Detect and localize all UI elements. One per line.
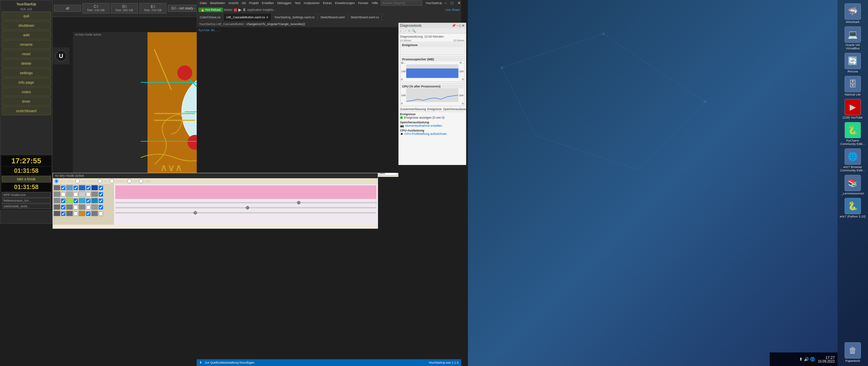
g-drive-button[interactable]: G:\ - not ready - (168, 5, 199, 12)
ide-tab-settings[interactable]: YourStartUp_Settings.xaml.cs (272, 14, 318, 21)
eric7browser-icon-item[interactable]: 🌐 eric7 Browser Community Editi... (839, 148, 866, 172)
color-cell[interactable] (54, 191, 60, 197)
checkbox[interactable] (86, 192, 91, 197)
color-cell[interactable] (91, 211, 98, 216)
play-icon[interactable]: ▶ (238, 7, 241, 12)
color-cell[interactable] (66, 191, 73, 197)
bottom-radio[interactable] (110, 179, 114, 183)
checkbox[interactable] (61, 192, 65, 197)
ide-menu-hilfe[interactable]: Hilfe (371, 1, 379, 5)
c-drive-button[interactable]: C:\ free: 134 GB (82, 3, 110, 14)
ide-tab-colorchoice[interactable]: ColorChoice.cs (197, 14, 223, 21)
d-drive-button[interactable]: D:\ free: 282 GB (111, 3, 138, 14)
e-drive-button[interactable]: E:\ free: 743 GB (139, 3, 166, 14)
diag-tool-3[interactable]: ⏹ (408, 29, 411, 33)
slider-thumb[interactable] (246, 206, 249, 209)
ide-close[interactable]: ✕ (456, 0, 462, 6)
color-cell[interactable] (91, 198, 98, 203)
summary-tab[interactable]: Zusammenfassung (400, 107, 426, 111)
two-colors-radio[interactable] (75, 179, 80, 183)
ide-search-input[interactable] (381, 0, 422, 6)
stop-icon[interactable]: ⏹ (233, 7, 238, 13)
left-radio[interactable] (127, 179, 132, 183)
clock-display[interactable]: 17:27 10.09.2022 (818, 355, 835, 363)
ide-menu-git[interactable]: Git (240, 1, 247, 5)
color-cell[interactable] (66, 198, 73, 203)
papierkorb-icon-item[interactable]: 🗑 Papierkorb (839, 342, 866, 363)
top-radio[interactable] (98, 179, 102, 183)
slider-thumb[interactable] (194, 211, 197, 215)
pycharm-icon-item[interactable]: 🐍 PyCharm Community Editi... (839, 122, 866, 146)
slider-track[interactable] (115, 202, 375, 203)
taskbar-item-1[interactable]: WPF-Snake.exe (2, 192, 51, 198)
delete-button[interactable]: delete (2, 59, 51, 68)
checkbox[interactable] (86, 186, 91, 190)
checkbox[interactable] (74, 186, 78, 190)
checkbox[interactable] (99, 199, 103, 203)
slider-track[interactable] (115, 207, 376, 208)
checkbox[interactable] (99, 192, 103, 197)
ide-hot-reload-btn[interactable]: 🔥 Hot Reload (198, 7, 223, 12)
ide-tab-cascadebutton[interactable]: UIE_CascadeButton.xaml.cs ✕ (223, 14, 272, 21)
taskbar-item-3[interactable]: 186553488_4039... (2, 204, 51, 209)
checkbox[interactable] (74, 211, 78, 216)
color-cell[interactable] (91, 191, 98, 197)
checkbox[interactable] (74, 205, 78, 209)
scetchboard-button[interactable]: scetchboard (2, 106, 51, 115)
ide-menu-ansicht[interactable]: Ansicht (227, 1, 240, 5)
ereignisse-tab[interactable]: Ereignisse (428, 107, 442, 111)
checkbox[interactable] (61, 211, 65, 216)
cpu-profil-btn[interactable]: CPU-Profilstellung aufzeichnen (405, 132, 447, 136)
color-cell[interactable] (79, 211, 85, 216)
color-cell[interactable] (91, 185, 98, 190)
color-cell[interactable] (79, 185, 85, 190)
settings-button[interactable]: settings (2, 68, 51, 77)
color-cell[interactable] (54, 185, 60, 190)
wireshark-icon-item[interactable]: 🦈 Wireshark (839, 3, 866, 24)
all-drive-button[interactable]: all (54, 5, 81, 12)
color-cell[interactable] (79, 198, 85, 203)
app-insights[interactable]: Application Insights... (247, 8, 276, 12)
checkbox[interactable] (86, 199, 91, 203)
checkbox[interactable] (61, 205, 65, 209)
navicat-icon-item[interactable]: 🗄 Navicat Lite (839, 76, 866, 96)
pause-icon[interactable]: ⏸ (242, 7, 246, 12)
rename-button[interactable]: rename (2, 40, 51, 49)
checkbox[interactable] (99, 186, 103, 190)
color-cell[interactable] (54, 198, 60, 203)
quit-button[interactable]: quit (2, 12, 51, 20)
reset-button[interactable]: reset (2, 49, 51, 58)
lernressourcen-icon-item[interactable]: 📚 _Lernressourcen (839, 175, 866, 195)
color-cell[interactable] (79, 191, 85, 197)
ide-back[interactable]: Weiter (224, 8, 233, 12)
ide-menu-erweiterungen[interactable]: Erweiterungen (334, 1, 356, 5)
checkbox[interactable] (61, 199, 65, 203)
ide-menu-erstellen[interactable]: Erstellen (261, 1, 275, 5)
color-cell[interactable] (54, 211, 60, 216)
ide-menu-extras[interactable]: Extras (322, 1, 333, 5)
right-radio[interactable] (139, 179, 143, 183)
shutdown-button[interactable]: shutdown (2, 21, 51, 30)
ide-menu-fenster[interactable]: Fenster (357, 1, 370, 5)
color-cell[interactable] (66, 185, 73, 190)
checkbox[interactable] (86, 205, 91, 209)
slider-track[interactable] (115, 212, 376, 214)
checkbox[interactable] (86, 211, 91, 216)
tab-close-icon[interactable]: ✕ (266, 16, 269, 19)
checkbox[interactable] (99, 211, 103, 216)
diagnose-maximize[interactable]: □ (459, 24, 461, 27)
ide-tab-sketchboard-xaml[interactable]: Sketchboard.xaml (318, 14, 348, 21)
momentaufnahme-btn[interactable]: Momentaufnahme erstellen (405, 124, 442, 127)
diag-tool-1[interactable]: ⏵ (399, 29, 403, 33)
add-button[interactable]: add (2, 30, 51, 39)
ide-menu-analysieren[interactable]: Analysieren (302, 1, 321, 5)
diagnose-close[interactable]: ✕ (462, 24, 465, 27)
recuva-icon-item[interactable]: 🔄 Recuva (839, 53, 866, 73)
status-source-control[interactable]: ⬆ (199, 361, 202, 364)
ide-maximize[interactable]: □ (449, 0, 455, 6)
take-break-button[interactable]: take a break (2, 176, 51, 182)
ide-menu-debuggen[interactable]: Debuggen (276, 1, 293, 5)
checkbox[interactable] (74, 192, 78, 197)
diagnose-minimize[interactable]: − (456, 24, 458, 27)
ide-menu-projekt[interactable]: Projekt (248, 1, 260, 5)
